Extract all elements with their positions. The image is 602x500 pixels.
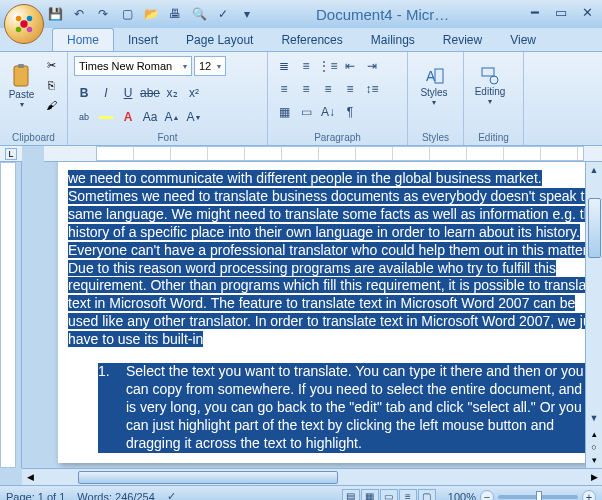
zoom-value[interactable]: 100% bbox=[448, 491, 476, 501]
browse-object-button[interactable]: ○ bbox=[591, 441, 596, 453]
office-button[interactable] bbox=[4, 4, 44, 44]
svg-point-1 bbox=[16, 16, 22, 22]
subscript-button[interactable]: x₂ bbox=[162, 83, 182, 103]
scroll-up-button[interactable]: ▲ bbox=[586, 162, 602, 178]
scroll-right-button[interactable]: ▶ bbox=[586, 472, 602, 482]
svg-point-0 bbox=[20, 20, 27, 27]
bullets-button[interactable]: ≣ bbox=[274, 56, 294, 76]
group-font: Times New Roman ▾ 12 ▾ B I U abe x₂ x² a… bbox=[68, 52, 268, 145]
italic-button[interactable]: I bbox=[96, 83, 116, 103]
zoom-slider[interactable] bbox=[498, 495, 578, 499]
status-page[interactable]: Page: 1 of 1 bbox=[6, 491, 65, 501]
line-spacing-button[interactable]: ↕≡ bbox=[362, 79, 382, 99]
ruler-toggle[interactable]: L bbox=[5, 148, 17, 160]
zoom-out-button[interactable]: − bbox=[480, 490, 494, 501]
vertical-ruler[interactable] bbox=[0, 162, 16, 468]
left-gutter bbox=[0, 162, 22, 468]
outline-view[interactable]: ≡ bbox=[399, 489, 417, 501]
show-marks-button[interactable]: ¶ bbox=[340, 102, 360, 122]
zoom-in-button[interactable]: + bbox=[582, 490, 596, 501]
align-center-button[interactable]: ≡ bbox=[296, 79, 316, 99]
qat-undo-icon[interactable]: ↶ bbox=[70, 5, 88, 23]
status-words[interactable]: Words: 246/254 bbox=[77, 491, 154, 501]
svg-rect-8 bbox=[435, 69, 443, 83]
page: we need to communicate with different pe… bbox=[58, 162, 602, 463]
chevron-down-icon: ▾ bbox=[183, 62, 187, 71]
superscript-button[interactable]: x² bbox=[184, 83, 204, 103]
shading-button[interactable]: ▦ bbox=[274, 102, 294, 122]
bold-button[interactable]: B bbox=[74, 83, 94, 103]
status-proofing-icon[interactable]: ✓ bbox=[167, 490, 176, 500]
tab-home[interactable]: Home bbox=[52, 28, 114, 51]
qat-preview-icon[interactable]: 🔍 bbox=[190, 5, 208, 23]
window-title: Document4 - Micr… bbox=[316, 6, 449, 23]
qat-save-icon[interactable]: 💾 bbox=[46, 5, 64, 23]
tab-view[interactable]: View bbox=[496, 29, 550, 51]
vertical-scrollbar[interactable]: ▲ ▼ ▴ ○ ▾ bbox=[585, 162, 602, 468]
svg-point-2 bbox=[27, 16, 33, 22]
qat-open-icon[interactable]: 📂 bbox=[142, 5, 160, 23]
horizontal-ruler[interactable] bbox=[44, 146, 602, 162]
justify-button[interactable]: ≡ bbox=[340, 79, 360, 99]
highlight-button[interactable]: ab bbox=[74, 107, 94, 127]
tab-page-layout[interactable]: Page Layout bbox=[172, 29, 267, 51]
decrease-indent-button[interactable]: ⇤ bbox=[340, 56, 360, 76]
body-text[interactable]: we need to communicate with different pe… bbox=[68, 170, 602, 453]
view-buttons: ▤ ▦ ▭ ≡ ▢ bbox=[342, 489, 436, 501]
qat-print-icon[interactable]: 🖶 bbox=[166, 5, 184, 23]
tab-review[interactable]: Review bbox=[429, 29, 496, 51]
qat-spell-icon[interactable]: ✓ bbox=[214, 5, 232, 23]
scroll-left-button[interactable]: ◀ bbox=[22, 472, 38, 482]
format-painter-button[interactable]: 🖌 bbox=[41, 96, 61, 114]
maximize-button[interactable]: ▭ bbox=[552, 4, 570, 20]
grow-font-button[interactable]: A▲ bbox=[162, 107, 182, 127]
styles-label: Styles bbox=[420, 87, 447, 98]
tab-insert[interactable]: Insert bbox=[114, 29, 172, 51]
multilevel-button[interactable]: ⋮≡ bbox=[318, 56, 338, 76]
page-viewport[interactable]: we need to communicate with different pe… bbox=[22, 162, 602, 468]
shrink-font-button[interactable]: A▼ bbox=[184, 107, 204, 127]
change-case-button[interactable]: Aa bbox=[140, 107, 160, 127]
increase-indent-button[interactable]: ⇥ bbox=[362, 56, 382, 76]
qat-new-icon[interactable]: ▢ bbox=[118, 5, 136, 23]
sort-button[interactable]: A↓ bbox=[318, 102, 338, 122]
strikethrough-button[interactable]: abe bbox=[140, 83, 160, 103]
close-button[interactable]: ✕ bbox=[578, 4, 596, 20]
styles-button[interactable]: A Styles ▾ bbox=[414, 56, 454, 116]
scroll-thumb-h[interactable] bbox=[78, 471, 338, 484]
next-page-button[interactable]: ▾ bbox=[591, 454, 596, 466]
borders-button[interactable]: ▭ bbox=[296, 102, 316, 122]
document-area: we need to communicate with different pe… bbox=[0, 162, 602, 468]
font-size-combo[interactable]: 12 ▾ bbox=[194, 56, 226, 76]
numbering-button[interactable]: ≡ bbox=[296, 56, 316, 76]
ribbon: Paste ▾ ✂ ⎘ 🖌 Clipboard Times New Roman … bbox=[0, 52, 602, 146]
align-left-button[interactable]: ≡ bbox=[274, 79, 294, 99]
horizontal-scrollbar[interactable]: ◀ ▶ bbox=[22, 468, 602, 485]
group-paragraph-label: Paragraph bbox=[274, 130, 401, 143]
list-number[interactable]: 1. bbox=[98, 363, 126, 453]
print-layout-view[interactable]: ▤ bbox=[342, 489, 360, 501]
qat-more-icon[interactable]: ▾ bbox=[238, 5, 256, 23]
prev-page-button[interactable]: ▴ bbox=[591, 428, 596, 440]
full-screen-view[interactable]: ▦ bbox=[361, 489, 379, 501]
paste-button[interactable]: Paste ▾ bbox=[6, 56, 37, 116]
font-color-button[interactable]: A bbox=[118, 107, 138, 127]
scroll-thumb-v[interactable] bbox=[588, 198, 601, 258]
editing-button[interactable]: Editing ▾ bbox=[470, 56, 510, 116]
underline-button[interactable]: U bbox=[118, 83, 138, 103]
tab-mailings[interactable]: Mailings bbox=[357, 29, 429, 51]
copy-button[interactable]: ⎘ bbox=[41, 76, 61, 94]
draft-view[interactable]: ▢ bbox=[418, 489, 436, 501]
web-layout-view[interactable]: ▭ bbox=[380, 489, 398, 501]
minimize-button[interactable]: ━ bbox=[526, 4, 544, 20]
selected-text[interactable]: we need to communicate with different pe… bbox=[68, 170, 602, 347]
cut-button[interactable]: ✂ bbox=[41, 56, 61, 74]
tab-references[interactable]: References bbox=[267, 29, 356, 51]
zoom-knob[interactable] bbox=[536, 491, 542, 501]
align-right-button[interactable]: ≡ bbox=[318, 79, 338, 99]
list-item-text[interactable]: Select the text you want to translate. Y… bbox=[126, 363, 602, 453]
font-name-combo[interactable]: Times New Roman ▾ bbox=[74, 56, 192, 76]
highlight-color-button[interactable] bbox=[96, 107, 116, 127]
scroll-down-button[interactable]: ▼ bbox=[586, 410, 602, 426]
qat-redo-icon[interactable]: ↷ bbox=[94, 5, 112, 23]
